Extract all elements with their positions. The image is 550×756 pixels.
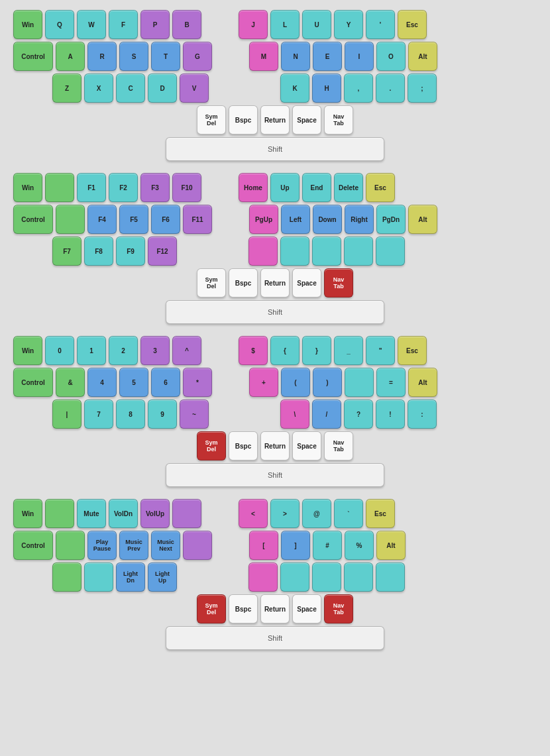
s2-key-f5[interactable]: F5 [119, 205, 148, 234]
s2-key-pgup[interactable]: PgUp [249, 205, 278, 234]
key-d[interactable]: D [148, 74, 177, 103]
s4-key-blank4[interactable] [183, 531, 212, 560]
key-alt[interactable]: Alt [408, 42, 437, 71]
s4-key-blank5[interactable] [52, 563, 82, 592]
s2-key-f3[interactable]: F3 [140, 173, 170, 202]
key-s[interactable]: S [119, 42, 148, 71]
s3-key-win[interactable]: Win [13, 336, 42, 365]
s3-key-caret[interactable]: ^ [172, 336, 201, 365]
s3-key-lparen[interactable]: ( [281, 368, 310, 397]
s4-key-r5[interactable] [376, 563, 405, 592]
s3-key-lbrace[interactable]: { [270, 336, 300, 365]
s3-key-7[interactable]: 7 [84, 400, 113, 429]
key-control[interactable]: Control [13, 42, 53, 71]
s4-key-voldn[interactable]: VolDn [109, 499, 138, 528]
s2-key-control[interactable]: Control [13, 205, 53, 234]
key-w[interactable]: W [77, 10, 106, 39]
s3-key-underscore[interactable]: _ [334, 336, 363, 365]
s2-key-nav-tab[interactable]: NavTab [324, 268, 353, 297]
s3-key-2[interactable]: 2 [109, 336, 138, 365]
s2-key-f1[interactable]: F1 [77, 173, 106, 202]
s2-key-sym-del[interactable]: SymDel [197, 268, 226, 297]
s3-key-8[interactable]: 8 [116, 400, 145, 429]
key-sym-del[interactable]: SymDel [197, 105, 226, 135]
key-y[interactable]: Y [334, 10, 363, 39]
s4-key-r1[interactable] [248, 563, 278, 592]
s2-key-return[interactable]: Return [260, 268, 290, 297]
key-a[interactable]: A [56, 42, 85, 71]
s4-key-gt[interactable]: > [270, 499, 300, 528]
s2-key-shift[interactable]: Shift [166, 300, 384, 324]
s2-key-r1[interactable] [248, 237, 278, 266]
s2-key-blank2[interactable] [56, 205, 85, 234]
s2-key-f11[interactable]: F11 [183, 205, 212, 234]
s3-key-amp[interactable]: & [56, 368, 85, 397]
s3-key-3[interactable]: 3 [140, 336, 170, 365]
s4-key-bspc[interactable]: Bspc [229, 594, 258, 623]
s2-key-r3[interactable] [312, 237, 341, 266]
key-space[interactable]: Space [292, 105, 321, 135]
key-g[interactable]: G [183, 42, 212, 71]
key-f[interactable]: F [109, 10, 138, 39]
key-semi[interactable]: ; [408, 74, 437, 103]
s3-key-colon[interactable]: : [408, 400, 437, 429]
key-bspc[interactable]: Bspc [229, 105, 258, 135]
s4-key-shift[interactable]: Shift [166, 626, 384, 650]
s2-key-blank1[interactable] [45, 173, 74, 202]
key-k[interactable]: K [280, 74, 309, 103]
s4-key-return[interactable]: Return [260, 594, 290, 623]
s2-key-esc[interactable]: Esc [366, 173, 395, 202]
s4-key-play[interactable]: PlayPause [87, 531, 117, 560]
s3-key-equals[interactable]: = [376, 368, 406, 397]
key-l[interactable]: L [270, 10, 300, 39]
s2-key-f10[interactable]: F10 [172, 173, 201, 202]
s4-key-esc[interactable]: Esc [366, 499, 395, 528]
s4-key-light-dn[interactable]: LightDn [116, 563, 145, 592]
key-e[interactable]: E [313, 42, 342, 71]
s3-key-slash[interactable]: / [312, 400, 341, 429]
s3-key-pipe[interactable]: | [52, 400, 82, 429]
key-n[interactable]: N [281, 42, 310, 71]
s3-key-bspc[interactable]: Bspc [229, 431, 258, 460]
s4-key-alt[interactable]: Alt [376, 531, 406, 560]
key-c[interactable]: C [116, 74, 145, 103]
key-j[interactable]: J [239, 10, 268, 39]
s3-key-6[interactable]: 6 [151, 368, 180, 397]
s2-key-f2[interactable]: F2 [109, 173, 138, 202]
s4-key-blank1[interactable] [45, 499, 74, 528]
s2-key-alt[interactable]: Alt [408, 205, 437, 234]
s3-key-5[interactable]: 5 [119, 368, 148, 397]
s4-key-control[interactable]: Control [13, 531, 53, 560]
key-i[interactable]: I [345, 42, 374, 71]
s4-key-volup[interactable]: VolUp [140, 499, 170, 528]
s4-key-percent[interactable]: % [345, 531, 374, 560]
s4-key-blank6[interactable] [84, 563, 113, 592]
s2-key-home[interactable]: Home [239, 173, 268, 202]
s4-key-blank3[interactable] [56, 531, 85, 560]
s2-key-space[interactable]: Space [292, 268, 321, 297]
s2-key-down[interactable]: Down [313, 205, 342, 234]
s4-key-r4[interactable] [344, 563, 373, 592]
s3-key-control[interactable]: Control [13, 368, 53, 397]
key-q[interactable]: Q [45, 10, 74, 39]
s2-key-up[interactable]: Up [270, 173, 300, 202]
s4-key-music-next[interactable]: MusicNext [151, 531, 180, 560]
s2-key-pgdn[interactable]: PgDn [376, 205, 406, 234]
s4-key-backtick[interactable]: ` [334, 499, 363, 528]
s3-key-plus[interactable]: + [249, 368, 278, 397]
key-z[interactable]: Z [52, 74, 82, 103]
key-o[interactable]: O [376, 42, 406, 71]
s3-key-9[interactable]: 9 [148, 400, 177, 429]
s2-key-f9[interactable]: F9 [116, 237, 145, 266]
s3-key-dollar[interactable]: $ [239, 336, 268, 365]
s3-key-rbrace[interactable]: } [302, 336, 331, 365]
s4-key-lt[interactable]: < [239, 499, 268, 528]
s2-key-win[interactable]: Win [13, 173, 42, 202]
s3-key-space[interactable]: Space [292, 431, 321, 460]
key-r[interactable]: R [87, 42, 117, 71]
key-m[interactable]: M [249, 42, 278, 71]
s3-key-1[interactable]: 1 [77, 336, 106, 365]
s3-key-shift[interactable]: Shift [166, 463, 384, 487]
s3-key-0[interactable]: 0 [45, 336, 74, 365]
s3-key-nav-tab[interactable]: NavTab [324, 431, 353, 460]
